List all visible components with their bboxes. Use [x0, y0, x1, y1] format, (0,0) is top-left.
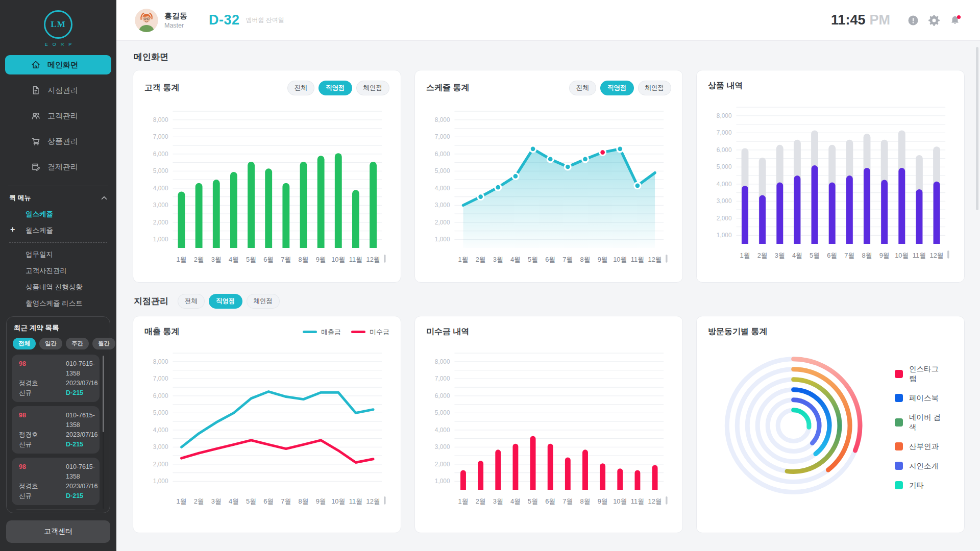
contract-item[interactable]: 98010-7615-1358정경호2023/07/16신규D-215: [12, 458, 100, 505]
svg-text:6월: 6월: [545, 497, 555, 505]
page-scrollbar[interactable]: [976, 47, 978, 210]
customer-center-button[interactable]: 고객센터: [6, 520, 110, 543]
svg-text:9월: 9월: [598, 256, 608, 263]
contract-date: 2023/07/16: [66, 430, 98, 440]
customer-chip-1[interactable]: 직영점: [318, 81, 352, 95]
legend-swatch: [895, 394, 903, 402]
svg-text:9월: 9월: [598, 497, 608, 505]
contract-item[interactable]: 98010-7615-1358정경호2023/07/16신규D-215: [12, 509, 100, 510]
svg-text:8월: 8월: [580, 497, 590, 505]
customer-chip-0[interactable]: 전체: [287, 81, 314, 95]
quick-link-1[interactable]: +월스케쥴: [9, 226, 107, 235]
svg-text:6,000: 6,000: [153, 392, 168, 399]
notification-bell-icon[interactable]: [949, 15, 961, 26]
cart-icon: [31, 136, 41, 146]
quick-menu-header[interactable]: 퀵 메뉴: [9, 193, 107, 203]
svg-text:7월: 7월: [281, 256, 291, 263]
alert-icon[interactable]: [908, 15, 919, 26]
legend-swatch: [895, 442, 903, 450]
sidebar-item-main[interactable]: 메인화면: [5, 55, 111, 74]
schedule-chip-2[interactable]: 체인점: [638, 81, 672, 95]
svg-text:2월: 2월: [757, 252, 768, 259]
svg-text:11월: 11월: [349, 497, 362, 505]
quick-menu-divider: [9, 242, 107, 243]
sidebar-item-branch[interactable]: 지점관리: [5, 81, 111, 100]
sidebar-item-customer[interactable]: 고객관리: [5, 106, 111, 126]
contract-date: 2023/07/16: [66, 482, 98, 491]
svg-text:4월: 4월: [792, 252, 802, 259]
customer-stats-filters: 전체직영점체인점: [287, 81, 389, 95]
quick-link-4[interactable]: 상품내역 진행상황: [9, 283, 107, 292]
contract-phone: 010-7615-1358: [66, 359, 98, 379]
svg-text:3월: 3월: [493, 497, 503, 505]
svg-text:6,000: 6,000: [435, 151, 450, 158]
svg-text:5월: 5월: [528, 497, 538, 505]
contract-chip-2[interactable]: 주간: [66, 338, 89, 349]
branch-chip-2[interactable]: 체인점: [247, 294, 280, 309]
sales-stats-chart: 1,0002,0003,0004,0005,0006,0007,0008,000…: [144, 344, 389, 511]
sales-legend: 매출금미수금: [303, 328, 389, 337]
svg-text:8월: 8월: [862, 252, 872, 259]
legend-item-5: 기타: [895, 481, 945, 490]
customer-chip-2[interactable]: 체인점: [356, 81, 390, 95]
contract-name: 정경호: [19, 379, 66, 388]
svg-text:6월: 6월: [263, 497, 274, 505]
svg-text:6,000: 6,000: [435, 392, 450, 399]
svg-text:4월: 4월: [229, 256, 239, 263]
contract-dday: D-215: [66, 388, 98, 398]
settings-gear-icon[interactable]: [928, 15, 940, 26]
legend-item-0: 매출금: [303, 328, 341, 337]
svg-text:1월: 1월: [176, 256, 186, 263]
contract-chip-1[interactable]: 일간: [39, 338, 62, 349]
quick-link-label: 고객사진관리: [26, 267, 67, 274]
user-info[interactable]: 홍길동 Master: [164, 11, 187, 29]
svg-text:12월: 12월: [648, 497, 662, 505]
svg-text:5월: 5월: [246, 256, 256, 263]
svg-text:1,000: 1,000: [153, 478, 168, 485]
contract-badge: 98: [19, 462, 66, 482]
schedule-chip-0[interactable]: 전체: [569, 81, 596, 95]
quick-link-3[interactable]: 고객사진관리: [9, 266, 107, 276]
svg-text:1월: 1월: [458, 497, 468, 505]
branch-chip-1[interactable]: 직영점: [209, 294, 242, 309]
quick-link-0[interactable]: 일스케쥴: [9, 210, 107, 219]
sidebar-item-payment[interactable]: 결제관리: [5, 157, 111, 177]
sidebar-item-product[interactable]: 상품관리: [5, 132, 111, 151]
svg-text:1,000: 1,000: [717, 232, 732, 239]
section-branch-header: 지점관리 전체직영점체인점: [134, 294, 965, 309]
contract-type: 신규: [19, 440, 66, 449]
quick-link-5[interactable]: 촬영스케쥴 리스트: [9, 299, 107, 308]
chevron-up-icon[interactable]: [101, 196, 107, 200]
svg-text:6,000: 6,000: [153, 151, 168, 158]
header-icons: [908, 15, 961, 26]
sidebar-item-label: 상품관리: [47, 137, 78, 146]
svg-text:5,000: 5,000: [717, 163, 732, 170]
contract-item[interactable]: 98010-7615-1358정경호2023/07/16신규D-215: [12, 355, 100, 402]
recent-contracts-title: 최근 계약 목록: [12, 323, 105, 333]
contract-chip-3[interactable]: 월간: [92, 338, 115, 349]
document-icon: [31, 85, 41, 95]
svg-text:5,000: 5,000: [435, 167, 450, 174]
legend-label: 인스타그램: [909, 364, 945, 384]
user-name: 홍길동: [164, 11, 187, 21]
legend-label: 페이스북: [909, 393, 939, 403]
schedule-stats-filters: 전체직영점체인점: [569, 81, 671, 95]
contract-item[interactable]: 98010-7615-1358정경호2023/07/16신규D-215: [12, 406, 100, 454]
schedule-chip-1[interactable]: 직영점: [600, 81, 634, 95]
quick-link-2[interactable]: 업무일지: [9, 250, 107, 259]
user-avatar[interactable]: [135, 9, 158, 32]
svg-text:4,000: 4,000: [435, 427, 450, 434]
main-content: 메인화면 고객 통계 전체직영점체인점 1,0002,0003,0004,000…: [116, 41, 980, 551]
svg-text:1월: 1월: [458, 256, 468, 263]
list-scrollbar-thumb[interactable]: [103, 356, 104, 432]
quick-menu-title: 퀵 메뉴: [9, 193, 31, 203]
svg-text:12월: 12월: [648, 256, 662, 263]
contract-chip-0[interactable]: 전체: [13, 338, 36, 349]
branch-chip-0[interactable]: 전체: [178, 294, 205, 309]
clock-time: 11:45: [831, 12, 866, 28]
svg-text:2,000: 2,000: [717, 215, 732, 222]
contract-date: 2023/07/16: [66, 379, 98, 388]
svg-text:7,000: 7,000: [153, 133, 168, 140]
legend-item-2: 네이버 검색: [895, 413, 945, 432]
svg-text:3,000: 3,000: [435, 443, 450, 450]
